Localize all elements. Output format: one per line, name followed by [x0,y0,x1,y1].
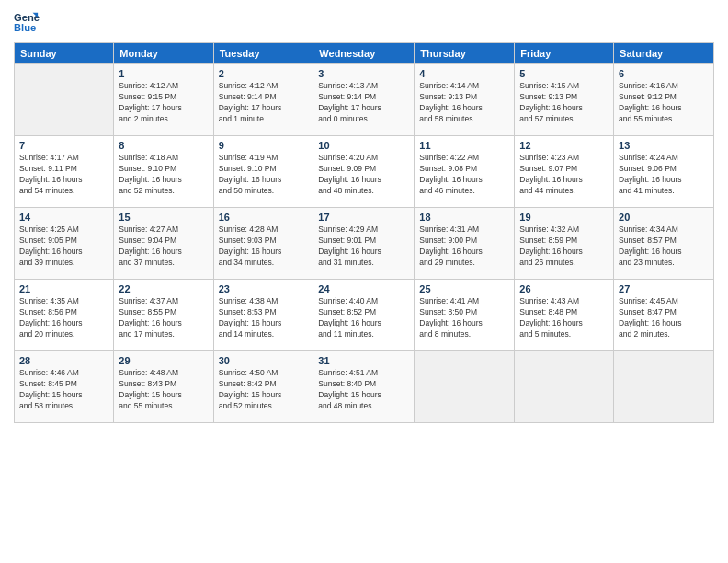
day-number: 24 [318,283,409,294]
day-info: Sunrise: 4:46 AMSunset: 8:45 PMDaylight:… [19,368,108,412]
calendar-week-row: 14Sunrise: 4:25 AMSunset: 9:05 PMDayligh… [15,208,714,280]
day-number: 14 [19,212,108,223]
calendar-cell: 25Sunrise: 4:41 AMSunset: 8:50 PMDayligh… [415,280,515,351]
calendar-cell: 22Sunrise: 4:37 AMSunset: 8:55 PMDayligh… [114,280,213,351]
day-info: Sunrise: 4:45 AMSunset: 8:47 PMDaylight:… [619,296,709,340]
day-number: 27 [619,283,709,294]
day-number: 29 [119,355,208,366]
day-info: Sunrise: 4:51 AMSunset: 8:40 PMDaylight:… [318,368,409,412]
day-info: Sunrise: 4:19 AMSunset: 9:10 PMDaylight:… [219,153,309,197]
day-info: Sunrise: 4:24 AMSunset: 9:06 PMDaylight:… [619,153,709,197]
calendar-cell: 11Sunrise: 4:22 AMSunset: 9:08 PMDayligh… [415,136,515,208]
day-info: Sunrise: 4:14 AMSunset: 9:13 PMDaylight:… [419,81,509,125]
day-number: 23 [219,283,309,294]
column-header-saturday: Saturday [614,43,714,64]
calendar-cell: 14Sunrise: 4:25 AMSunset: 9:05 PMDayligh… [15,208,114,280]
day-number: 5 [519,68,609,79]
day-number: 28 [19,355,108,366]
calendar-week-row: 21Sunrise: 4:35 AMSunset: 8:56 PMDayligh… [15,280,714,351]
day-info: Sunrise: 4:28 AMSunset: 9:03 PMDaylight:… [219,224,309,269]
calendar-cell: 6Sunrise: 4:16 AMSunset: 9:12 PMDaylight… [614,64,714,136]
day-info: Sunrise: 4:18 AMSunset: 9:10 PMDaylight:… [119,153,208,197]
day-number: 17 [318,212,409,223]
calendar-cell [614,351,714,423]
day-number: 4 [419,68,509,79]
day-number: 10 [318,140,409,151]
day-info: Sunrise: 4:15 AMSunset: 9:13 PMDaylight:… [519,81,609,125]
calendar-cell: 4Sunrise: 4:14 AMSunset: 9:13 PMDaylight… [415,64,515,136]
calendar-cell: 31Sunrise: 4:51 AMSunset: 8:40 PMDayligh… [313,351,415,423]
day-number: 31 [318,355,409,366]
day-number: 20 [619,212,709,223]
day-number: 6 [619,68,709,79]
day-info: Sunrise: 4:41 AMSunset: 8:50 PMDaylight:… [419,296,509,340]
column-header-wednesday: Wednesday [313,43,415,64]
calendar-week-row: 1Sunrise: 4:12 AMSunset: 9:15 PMDaylight… [15,64,714,136]
calendar-cell: 20Sunrise: 4:34 AMSunset: 8:57 PMDayligh… [614,208,714,280]
column-header-monday: Monday [114,43,213,64]
day-info: Sunrise: 4:13 AMSunset: 9:14 PMDaylight:… [318,81,409,125]
day-number: 3 [318,68,409,79]
column-header-friday: Friday [515,43,614,64]
calendar-cell: 5Sunrise: 4:15 AMSunset: 9:13 PMDaylight… [515,64,614,136]
calendar-cell: 17Sunrise: 4:29 AMSunset: 9:01 PMDayligh… [313,208,415,280]
day-info: Sunrise: 4:23 AMSunset: 9:07 PMDaylight:… [519,153,609,197]
calendar-cell: 3Sunrise: 4:13 AMSunset: 9:14 PMDaylight… [313,64,415,136]
day-info: Sunrise: 4:16 AMSunset: 9:12 PMDaylight:… [619,81,709,125]
day-number: 2 [219,68,309,79]
day-info: Sunrise: 4:31 AMSunset: 9:00 PMDaylight:… [419,224,509,269]
calendar-cell: 19Sunrise: 4:32 AMSunset: 8:59 PMDayligh… [515,208,614,280]
calendar-cell: 15Sunrise: 4:27 AMSunset: 9:04 PMDayligh… [114,208,213,280]
day-number: 30 [219,355,309,366]
day-number: 21 [19,283,108,294]
calendar-cell: 10Sunrise: 4:20 AMSunset: 9:09 PMDayligh… [313,136,415,208]
day-info: Sunrise: 4:29 AMSunset: 9:01 PMDaylight:… [318,224,409,269]
day-number: 9 [219,140,309,151]
day-number: 12 [519,140,609,151]
day-number: 25 [419,283,509,294]
day-number: 19 [519,212,609,223]
calendar-cell: 7Sunrise: 4:17 AMSunset: 9:11 PMDaylight… [15,136,114,208]
day-number: 7 [19,140,108,151]
calendar-cell: 23Sunrise: 4:38 AMSunset: 8:53 PMDayligh… [213,280,313,351]
day-number: 11 [419,140,509,151]
day-info: Sunrise: 4:50 AMSunset: 8:42 PMDaylight:… [219,368,309,412]
day-info: Sunrise: 4:25 AMSunset: 9:05 PMDaylight:… [19,224,108,269]
day-number: 18 [419,212,509,223]
calendar-cell: 1Sunrise: 4:12 AMSunset: 9:15 PMDaylight… [114,64,213,136]
page-header: General Blue [14,9,714,35]
day-number: 15 [119,212,208,223]
column-header-thursday: Thursday [415,43,515,64]
day-number: 22 [119,283,208,294]
day-info: Sunrise: 4:22 AMSunset: 9:08 PMDaylight:… [419,153,509,197]
day-number: 8 [119,140,208,151]
calendar-cell: 9Sunrise: 4:19 AMSunset: 9:10 PMDaylight… [213,136,313,208]
day-info: Sunrise: 4:34 AMSunset: 8:57 PMDaylight:… [619,224,709,269]
calendar-cell: 21Sunrise: 4:35 AMSunset: 8:56 PMDayligh… [15,280,114,351]
calendar-week-row: 28Sunrise: 4:46 AMSunset: 8:45 PMDayligh… [15,351,714,423]
svg-text:Blue: Blue [14,22,36,33]
calendar-cell [415,351,515,423]
calendar-cell: 18Sunrise: 4:31 AMSunset: 9:00 PMDayligh… [415,208,515,280]
calendar-cell: 2Sunrise: 4:12 AMSunset: 9:14 PMDaylight… [213,64,313,136]
calendar-cell: 30Sunrise: 4:50 AMSunset: 8:42 PMDayligh… [213,351,313,423]
column-header-sunday: Sunday [15,43,114,64]
calendar-cell: 24Sunrise: 4:40 AMSunset: 8:52 PMDayligh… [313,280,415,351]
day-info: Sunrise: 4:38 AMSunset: 8:53 PMDaylight:… [219,296,309,340]
logo-icon: General Blue [14,9,40,35]
calendar-table: SundayMondayTuesdayWednesdayThursdayFrid… [14,42,714,423]
day-info: Sunrise: 4:32 AMSunset: 8:59 PMDaylight:… [519,224,609,269]
calendar-cell: 12Sunrise: 4:23 AMSunset: 9:07 PMDayligh… [515,136,614,208]
day-number: 26 [519,283,609,294]
day-info: Sunrise: 4:27 AMSunset: 9:04 PMDaylight:… [119,224,208,269]
calendar-cell: 16Sunrise: 4:28 AMSunset: 9:03 PMDayligh… [213,208,313,280]
calendar-cell: 27Sunrise: 4:45 AMSunset: 8:47 PMDayligh… [614,280,714,351]
logo: General Blue [14,9,43,35]
calendar-cell: 28Sunrise: 4:46 AMSunset: 8:45 PMDayligh… [15,351,114,423]
calendar-cell: 29Sunrise: 4:48 AMSunset: 8:43 PMDayligh… [114,351,213,423]
day-info: Sunrise: 4:20 AMSunset: 9:09 PMDaylight:… [318,153,409,197]
day-info: Sunrise: 4:12 AMSunset: 9:14 PMDaylight:… [219,81,309,125]
day-info: Sunrise: 4:48 AMSunset: 8:43 PMDaylight:… [119,368,208,412]
day-info: Sunrise: 4:37 AMSunset: 8:55 PMDaylight:… [119,296,208,340]
column-header-tuesday: Tuesday [213,43,313,64]
